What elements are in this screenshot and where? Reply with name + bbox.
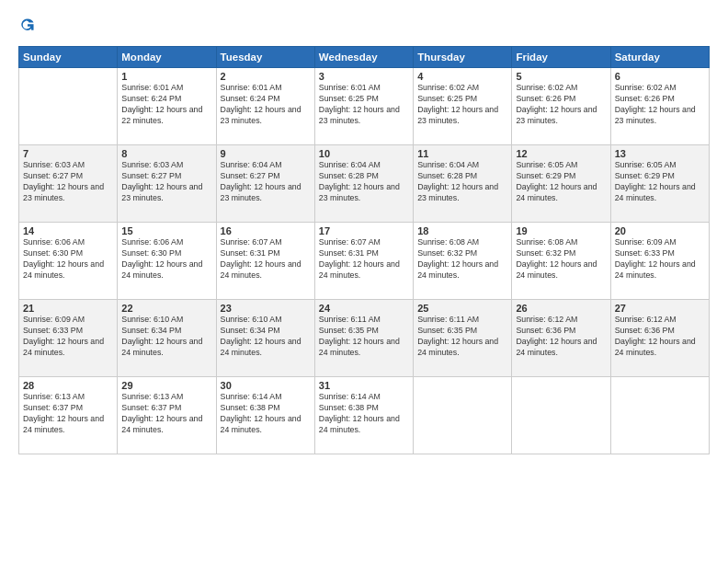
calendar-cell: 10Sunrise: 6:04 AMSunset: 6:28 PMDayligh…: [314, 145, 413, 223]
weekday-header-thursday: Thursday: [414, 47, 512, 68]
day-info: Sunrise: 6:08 AMSunset: 6:32 PMDaylight:…: [516, 237, 606, 282]
day-info: Sunrise: 6:08 AMSunset: 6:32 PMDaylight:…: [417, 237, 507, 282]
weekday-header-sunday: Sunday: [19, 47, 118, 68]
day-info: Sunrise: 6:07 AMSunset: 6:31 PMDaylight:…: [221, 237, 311, 282]
day-number: 27: [615, 303, 705, 314]
day-number: 6: [615, 71, 705, 82]
calendar-cell: [19, 68, 118, 145]
weekday-header-friday: Friday: [512, 47, 610, 68]
day-number: 25: [417, 303, 507, 314]
day-info: Sunrise: 6:02 AMSunset: 6:25 PMDaylight:…: [417, 83, 507, 127]
calendar-cell: 19Sunrise: 6:08 AMSunset: 6:32 PMDayligh…: [512, 223, 610, 300]
day-number: 28: [23, 380, 113, 391]
weekday-header-row: SundayMondayTuesdayWednesdayThursdayFrid…: [19, 47, 710, 68]
calendar-cell: 27Sunrise: 6:12 AMSunset: 6:36 PMDayligh…: [610, 300, 709, 377]
day-info: Sunrise: 6:05 AMSunset: 6:29 PMDaylight:…: [516, 160, 606, 204]
day-info: Sunrise: 6:11 AMSunset: 6:35 PMDaylight:…: [417, 315, 507, 359]
day-info: Sunrise: 6:05 AMSunset: 6:29 PMDaylight:…: [615, 160, 705, 204]
day-number: 3: [319, 71, 409, 82]
day-number: 12: [516, 148, 606, 159]
calendar-cell: 12Sunrise: 6:05 AMSunset: 6:29 PMDayligh…: [512, 145, 610, 223]
weekday-header-tuesday: Tuesday: [216, 47, 314, 68]
day-info: Sunrise: 6:12 AMSunset: 6:36 PMDaylight:…: [516, 315, 606, 359]
day-info: Sunrise: 6:10 AMSunset: 6:34 PMDaylight:…: [221, 315, 311, 359]
calendar-cell: 18Sunrise: 6:08 AMSunset: 6:32 PMDayligh…: [414, 223, 512, 300]
day-info: Sunrise: 6:02 AMSunset: 6:26 PMDaylight:…: [516, 83, 606, 127]
day-info: Sunrise: 6:09 AMSunset: 6:33 PMDaylight:…: [615, 237, 705, 282]
day-number: 10: [319, 148, 409, 159]
day-number: 9: [221, 148, 311, 159]
day-info: Sunrise: 6:07 AMSunset: 6:31 PMDaylight:…: [319, 237, 409, 282]
day-info: Sunrise: 6:06 AMSunset: 6:30 PMDaylight:…: [121, 237, 211, 282]
day-info: Sunrise: 6:13 AMSunset: 6:37 PMDaylight:…: [23, 392, 113, 436]
day-number: 13: [615, 148, 705, 159]
day-number: 14: [23, 225, 113, 236]
day-number: 24: [319, 303, 409, 314]
day-info: Sunrise: 6:09 AMSunset: 6:33 PMDaylight:…: [23, 315, 113, 359]
day-number: 5: [516, 71, 606, 82]
day-number: 20: [615, 225, 705, 236]
day-number: 30: [221, 380, 311, 391]
day-info: Sunrise: 6:10 AMSunset: 6:34 PMDaylight:…: [121, 315, 211, 359]
calendar-cell: 1Sunrise: 6:01 AMSunset: 6:24 PMDaylight…: [118, 68, 216, 145]
day-info: Sunrise: 6:01 AMSunset: 6:24 PMDaylight:…: [121, 83, 211, 127]
calendar-cell: 31Sunrise: 6:14 AMSunset: 6:38 PMDayligh…: [314, 377, 413, 454]
weekday-header-monday: Monday: [118, 47, 216, 68]
day-number: 21: [23, 303, 113, 314]
calendar-cell: 2Sunrise: 6:01 AMSunset: 6:24 PMDaylight…: [216, 68, 314, 145]
calendar-cell: 22Sunrise: 6:10 AMSunset: 6:34 PMDayligh…: [118, 300, 216, 377]
week-row-1: 1Sunrise: 6:01 AMSunset: 6:24 PMDaylight…: [19, 68, 710, 145]
page: SundayMondayTuesdayWednesdayThursdayFrid…: [0, 0, 728, 563]
day-info: Sunrise: 6:02 AMSunset: 6:26 PMDaylight:…: [615, 83, 705, 127]
calendar-cell: [414, 377, 512, 454]
calendar-cell: 21Sunrise: 6:09 AMSunset: 6:33 PMDayligh…: [19, 300, 118, 377]
calendar-cell: 9Sunrise: 6:04 AMSunset: 6:27 PMDaylight…: [216, 145, 314, 223]
calendar-cell: 17Sunrise: 6:07 AMSunset: 6:31 PMDayligh…: [314, 223, 413, 300]
calendar-cell: 14Sunrise: 6:06 AMSunset: 6:30 PMDayligh…: [19, 223, 118, 300]
calendar-cell: 5Sunrise: 6:02 AMSunset: 6:26 PMDaylight…: [512, 68, 610, 145]
calendar-cell: 23Sunrise: 6:10 AMSunset: 6:34 PMDayligh…: [216, 300, 314, 377]
day-number: 8: [121, 148, 211, 159]
day-info: Sunrise: 6:14 AMSunset: 6:38 PMDaylight:…: [221, 392, 311, 436]
calendar-cell: 8Sunrise: 6:03 AMSunset: 6:27 PMDaylight…: [118, 145, 216, 223]
day-info: Sunrise: 6:04 AMSunset: 6:27 PMDaylight:…: [221, 160, 311, 204]
day-number: 11: [417, 148, 507, 159]
calendar-table: SundayMondayTuesdayWednesdayThursdayFrid…: [18, 46, 710, 454]
day-info: Sunrise: 6:04 AMSunset: 6:28 PMDaylight:…: [319, 160, 409, 204]
calendar-cell: 7Sunrise: 6:03 AMSunset: 6:27 PMDaylight…: [19, 145, 118, 223]
day-number: 26: [516, 303, 606, 314]
day-number: 18: [417, 225, 507, 236]
calendar-cell: 13Sunrise: 6:05 AMSunset: 6:29 PMDayligh…: [610, 145, 709, 223]
logo-icon: [19, 17, 36, 33]
calendar-cell: 6Sunrise: 6:02 AMSunset: 6:26 PMDaylight…: [610, 68, 709, 145]
week-row-4: 21Sunrise: 6:09 AMSunset: 6:33 PMDayligh…: [19, 300, 710, 377]
day-info: Sunrise: 6:06 AMSunset: 6:30 PMDaylight:…: [23, 237, 113, 282]
day-number: 29: [121, 380, 211, 391]
day-info: Sunrise: 6:01 AMSunset: 6:25 PMDaylight:…: [319, 83, 409, 127]
day-info: Sunrise: 6:04 AMSunset: 6:28 PMDaylight:…: [417, 160, 507, 204]
calendar-cell: 16Sunrise: 6:07 AMSunset: 6:31 PMDayligh…: [216, 223, 314, 300]
calendar-cell: 11Sunrise: 6:04 AMSunset: 6:28 PMDayligh…: [414, 145, 512, 223]
day-number: 31: [319, 380, 409, 391]
day-number: 22: [121, 303, 211, 314]
weekday-header-saturday: Saturday: [610, 47, 709, 68]
header: [18, 17, 710, 37]
day-info: Sunrise: 6:11 AMSunset: 6:35 PMDaylight:…: [319, 315, 409, 359]
week-row-5: 28Sunrise: 6:13 AMSunset: 6:37 PMDayligh…: [19, 377, 710, 454]
day-number: 1: [121, 71, 211, 82]
day-number: 19: [516, 225, 606, 236]
calendar-cell: 26Sunrise: 6:12 AMSunset: 6:36 PMDayligh…: [512, 300, 610, 377]
logo: [18, 17, 38, 37]
day-info: Sunrise: 6:03 AMSunset: 6:27 PMDaylight:…: [23, 160, 113, 204]
calendar-cell: [610, 377, 709, 454]
day-info: Sunrise: 6:12 AMSunset: 6:36 PMDaylight:…: [615, 315, 705, 359]
week-row-3: 14Sunrise: 6:06 AMSunset: 6:30 PMDayligh…: [19, 223, 710, 300]
day-number: 4: [417, 71, 507, 82]
weekday-header-wednesday: Wednesday: [314, 47, 413, 68]
calendar-cell: [512, 377, 610, 454]
calendar-cell: 29Sunrise: 6:13 AMSunset: 6:37 PMDayligh…: [118, 377, 216, 454]
calendar-cell: 4Sunrise: 6:02 AMSunset: 6:25 PMDaylight…: [414, 68, 512, 145]
day-number: 2: [221, 71, 311, 82]
calendar-cell: 3Sunrise: 6:01 AMSunset: 6:25 PMDaylight…: [314, 68, 413, 145]
day-info: Sunrise: 6:03 AMSunset: 6:27 PMDaylight:…: [121, 160, 211, 204]
